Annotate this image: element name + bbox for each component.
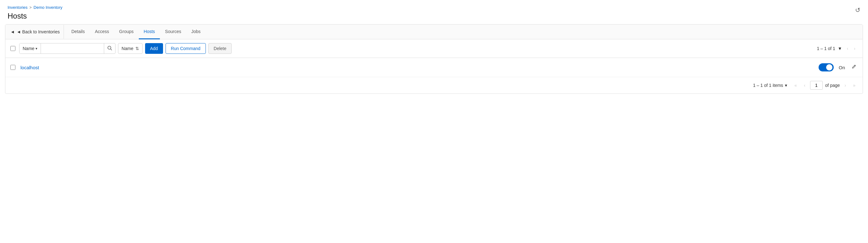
footer-chevron-right-icon: › [845, 83, 846, 88]
tab-groups[interactable]: Groups [114, 25, 139, 39]
select-all-checkbox[interactable] [10, 46, 16, 51]
breadcrumb: Inventories > Demo Inventory [7, 5, 861, 10]
tab-details[interactable]: Details [66, 25, 90, 39]
host-status-label: On [839, 65, 845, 70]
toolbar-pagination: 1 – 1 of 1 ▼ ‹ › [817, 44, 858, 53]
tab-hosts[interactable]: Hosts [139, 25, 160, 39]
tab-back-to-inventories[interactable]: ◄ ◄ Back to Inventories [10, 25, 64, 39]
host-name-link[interactable]: localhost [21, 65, 39, 70]
next-page-button[interactable]: › [851, 44, 858, 53]
footer-chevron-left-icon: ‹ [804, 83, 805, 88]
run-command-button[interactable]: Run Command [165, 43, 206, 54]
tab-access[interactable]: Access [90, 25, 114, 39]
footer-items-dropdown[interactable]: ▾ [785, 83, 787, 88]
filter-dropdown-arrow: ▾ [36, 47, 37, 51]
search-icon [107, 45, 112, 51]
footer-bar: 1 – 1 of 1 items ▾ « ‹ of page › » [5, 77, 863, 93]
breadcrumb-separator: > [30, 5, 32, 10]
history-icon: ↺ [855, 7, 861, 13]
toggle-slider [818, 63, 834, 71]
filter-name-label: Name [23, 46, 34, 51]
table-row: localhost On [5, 58, 863, 77]
tabs-bar: ◄ ◄ Back to Inventories Details Access G… [5, 25, 863, 39]
filter-input[interactable] [41, 43, 104, 54]
of-page-label: of page [825, 83, 840, 88]
breadcrumb-inventories-link[interactable]: Inventories [7, 5, 28, 10]
search-button[interactable] [104, 43, 115, 54]
sort-label: Name [122, 46, 133, 51]
page-title: Hosts [7, 12, 861, 21]
sort-icon: ⇅ [135, 46, 139, 51]
content-panel: ◄ ◄ Back to Inventories Details Access G… [5, 24, 863, 94]
filter-wrapper: Name ▾ [19, 43, 116, 54]
page-number-input[interactable] [810, 81, 823, 90]
tab-sources[interactable]: Sources [160, 25, 186, 39]
chevron-left-icon: ‹ [847, 46, 848, 51]
footer-next-page-button[interactable]: › [842, 81, 848, 89]
chevron-right-icon: › [854, 46, 856, 51]
svg-line-1 [111, 49, 112, 50]
delete-button[interactable]: Delete [208, 43, 231, 54]
footer-last-page-button[interactable]: » [851, 81, 858, 89]
edit-icon [851, 64, 856, 70]
add-button[interactable]: Add [145, 43, 163, 54]
sort-dropdown[interactable]: Name ⇅ [118, 43, 142, 54]
toolbar: Name ▾ Name ⇅ Add Run Com [5, 39, 863, 58]
footer-prev-page-button[interactable]: ‹ [802, 81, 808, 89]
filter-name-dropdown[interactable]: Name ▾ [20, 43, 41, 54]
prev-page-button[interactable]: ‹ [845, 44, 851, 53]
footer-first-page-button[interactable]: « [792, 81, 799, 89]
history-button[interactable]: ↺ [855, 6, 861, 14]
footer-items-label: 1 – 1 of 1 items ▾ [753, 83, 787, 88]
breadcrumb-current[interactable]: Demo Inventory [34, 5, 63, 10]
tab-jobs[interactable]: Jobs [186, 25, 206, 39]
back-arrow-icon: ◄ [10, 29, 15, 34]
double-chevron-right-icon: » [853, 83, 856, 88]
pagination-count: 1 – 1 of 1 ▼ [817, 45, 843, 52]
pagination-dropdown[interactable]: ▼ [837, 45, 843, 52]
host-checkbox[interactable] [10, 65, 16, 70]
host-enabled-toggle[interactable] [818, 63, 834, 71]
double-chevron-left-icon: « [794, 83, 797, 88]
host-edit-button[interactable] [850, 63, 858, 72]
host-row-actions: On [818, 63, 858, 72]
